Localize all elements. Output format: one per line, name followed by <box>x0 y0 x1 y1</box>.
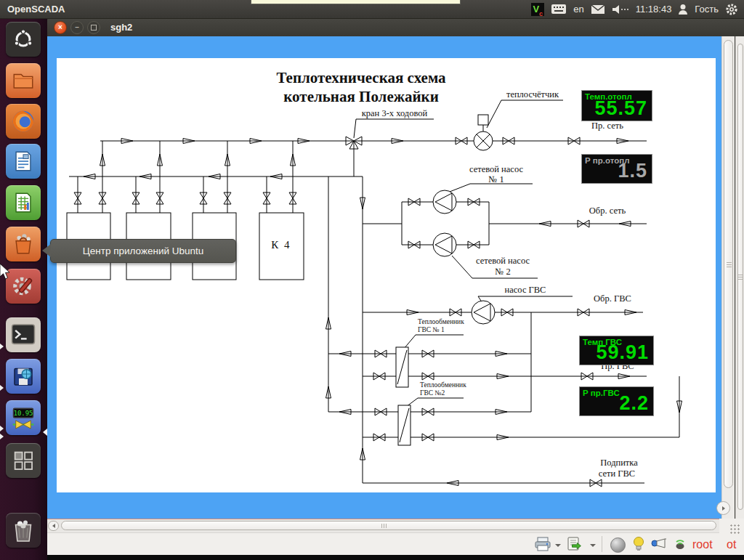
firefox-icon <box>10 108 36 134</box>
dash-home-button[interactable] <box>6 22 41 57</box>
outer-vertical-scrollbar[interactable] <box>735 36 744 555</box>
display-value: 59.91 <box>596 341 649 364</box>
clipped-user-label: ot <box>727 538 736 551</box>
vnc-icon[interactable]: Vc <box>531 3 544 16</box>
ubuntu-logo-icon <box>12 28 34 50</box>
writer-document-icon <box>11 149 36 174</box>
desktop-bottom-strip <box>47 555 744 560</box>
valves <box>74 137 602 487</box>
horizontal-scrollbar[interactable] <box>47 519 719 533</box>
label-leaders <box>354 100 573 407</box>
label-heat-meter: теплосчётчик <box>506 89 559 100</box>
statusbar-corner: ot <box>719 519 744 555</box>
label-return-net: Обр. сеть <box>589 206 626 216</box>
vision-valve-display-icon: 10.95 <box>9 404 37 431</box>
files-launcher[interactable] <box>6 63 41 98</box>
openscada-vision-window: × – sgh2 <box>47 18 744 555</box>
label-hx2: Теплообменник <box>420 381 466 389</box>
mimic-canvas[interactable]: Теплотехническая схема котельная Полежай… <box>57 58 716 492</box>
horizontal-scrollbar-thumb[interactable] <box>61 521 716 530</box>
floppy-globe-icon <box>10 363 36 389</box>
alarm-sound-icon[interactable] <box>674 536 690 551</box>
display-temp-gvs: Темп ГВС 59.91 <box>579 336 654 365</box>
label-return-gvs: Обр. ГВС <box>594 293 631 304</box>
display-value: 2.2 <box>619 392 649 415</box>
terminal-running-indicator <box>0 344 4 349</box>
mail-icon[interactable] <box>591 4 605 15</box>
openscada-config-launcher[interactable] <box>6 359 41 394</box>
pump-icon <box>433 233 456 256</box>
current-user-label[interactable]: root <box>692 538 713 551</box>
resize-grip[interactable] <box>729 524 740 535</box>
export-menu-caret[interactable] <box>590 544 596 547</box>
calc-spreadsheet-icon <box>11 190 36 215</box>
keyboard-icon[interactable] <box>551 4 567 15</box>
heat-exchangers <box>396 347 411 445</box>
label-hx1-num: ГВС № 1 <box>418 326 445 333</box>
boiler-label-k4: К 4 <box>271 239 291 251</box>
window-maximize-button[interactable] <box>87 21 100 34</box>
inner-vertical-scrollbar-thumb[interactable] <box>724 40 733 488</box>
window-titlebar[interactable]: × – sgh2 <box>47 18 744 36</box>
print-icon[interactable] <box>534 536 551 552</box>
mimic-viewport: Теплотехническая схема котельная Полежай… <box>47 36 721 519</box>
label-net-pump2: сетевой насос <box>476 256 530 266</box>
label-net-pump1-num: № 1 <box>488 174 504 184</box>
display-label: Р пр.ГВС <box>583 389 620 397</box>
outer-vertical-scrollbar-thumb[interactable] <box>737 44 743 510</box>
left-arrow-icon <box>52 524 55 528</box>
display-p-pr-otopl: Р пр.отопл 1.5 <box>581 154 652 184</box>
gear-wrench-icon <box>10 273 36 299</box>
print-menu-caret[interactable] <box>555 544 561 547</box>
terminal-icon <box>9 322 37 347</box>
libreoffice-writer-launcher[interactable] <box>6 144 41 179</box>
vision-statusbar: root <box>47 532 719 556</box>
state-sphere-icon[interactable] <box>610 537 626 553</box>
shopping-bag-icon <box>11 232 36 256</box>
openscada-vision-running-indicator2 <box>0 434 4 439</box>
volume-icon[interactable] <box>612 4 629 15</box>
label-makeup-line2: сети ГВС <box>599 468 635 479</box>
display-temp-otopl: Темп.отопл 55.57 <box>581 90 652 121</box>
terminal-launcher[interactable] <box>6 317 41 352</box>
pump-icon <box>472 301 495 324</box>
openscada-vision-focused-indicator <box>43 429 47 436</box>
window-minimize-button[interactable]: – <box>70 21 84 34</box>
display-p-pr-gvs: Р пр.ГВС 2.2 <box>579 386 654 416</box>
user-icon <box>678 4 688 15</box>
openscada-config-running-indicator <box>0 385 4 391</box>
scrollbar-step-button[interactable] <box>716 501 730 515</box>
openscada-vision-launcher[interactable]: 10.95 <box>6 400 41 435</box>
label-3way-valve: кран 3-х ходовой <box>362 108 428 118</box>
alarm-horn-icon[interactable] <box>650 536 668 551</box>
label-supply-net: Пр. сеть <box>591 121 623 131</box>
window-close-button[interactable]: × <box>54 21 67 34</box>
scroll-left-button[interactable] <box>48 521 59 531</box>
firefox-launcher[interactable] <box>6 104 41 139</box>
panel-app-name: OpenSCADA <box>0 4 65 15</box>
libreoffice-calc-launcher[interactable] <box>6 185 41 220</box>
right-arrow-icon <box>722 506 725 511</box>
alarm-lamp-icon[interactable] <box>633 536 644 553</box>
user-menu[interactable]: Гость <box>695 4 719 15</box>
inner-vertical-scrollbar[interactable] <box>721 36 735 519</box>
workspaces-icon <box>11 448 36 473</box>
unity-launcher: 10.95 <box>0 18 47 560</box>
background-window-edge <box>251 0 461 4</box>
trash-launcher[interactable] <box>6 513 41 548</box>
display-value: 55.57 <box>594 97 647 120</box>
label-net-pump1: сетевой насос <box>469 164 523 174</box>
software-center-launcher[interactable] <box>6 227 41 261</box>
label-hx1: Теплообменник <box>418 318 464 325</box>
workspace-switcher-launcher[interactable] <box>6 443 41 478</box>
display-value: 1.5 <box>618 160 647 182</box>
system-tray: Vc en 11:18:43 Гость <box>531 3 744 16</box>
schematic-title-line2: котельная Полежайки <box>283 88 438 105</box>
launcher-tooltip: Центр приложений Ubuntu <box>50 239 236 263</box>
panel-clock[interactable]: 11:18:43 <box>636 4 672 15</box>
session-gear-icon[interactable] <box>725 3 738 16</box>
folder-icon <box>11 68 36 93</box>
export-icon[interactable] <box>566 536 583 552</box>
keyboard-layout-indicator[interactable]: en <box>573 4 583 15</box>
label-makeup-line1: Подпитка <box>600 458 638 468</box>
